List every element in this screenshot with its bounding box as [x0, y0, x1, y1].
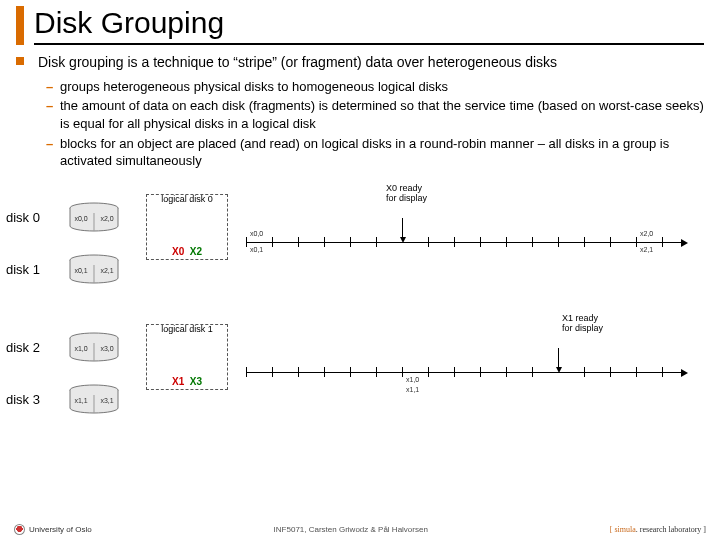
ready-1-b: for display [562, 323, 603, 333]
frag-label: x2,0 [100, 215, 113, 222]
frag-label: x1,1 [74, 397, 87, 404]
tick [350, 237, 351, 247]
tick [480, 237, 481, 247]
ready-arrow-1 [558, 348, 559, 368]
x2-label: X2 [190, 246, 202, 257]
logical-disk-1-box: logical disk 1 X1 X3 [146, 324, 228, 390]
tick [272, 237, 273, 247]
disk-label-0: disk 0 [6, 210, 54, 225]
disk-label-2: disk 2 [6, 340, 54, 355]
diagram: disk 0 disk 1 disk 2 disk 3 x0,0x2,0 x0,… [16, 180, 704, 460]
ready-1-a: X1 ready [562, 313, 598, 323]
frag-label: x0,1 [74, 267, 87, 274]
tick [428, 237, 429, 247]
title-bar: Disk Grouping [16, 6, 704, 45]
tick [480, 367, 481, 377]
ready-label-1: X1 ready for display [562, 314, 603, 334]
tick [506, 237, 507, 247]
logical-disk-0-box: logical disk 0 X0 X2 [146, 194, 228, 260]
tick [558, 237, 559, 247]
bullet-sub-2: blocks for an object are placed (and rea… [16, 135, 704, 170]
tick [376, 367, 377, 377]
tick [272, 367, 273, 377]
frag-x10: x1,0 [406, 376, 419, 383]
timeline-1: x1,0 x1,1 [246, 354, 686, 394]
bullet-main: Disk grouping is a technique to “stripe”… [16, 53, 704, 72]
tick [324, 237, 325, 247]
tick [376, 237, 377, 247]
frag-label: x1,0 [74, 345, 87, 352]
simula-branding: [ simula. research laboratory ] [610, 525, 706, 534]
timeline-axis [246, 372, 686, 373]
footer-center: INF5071, Carsten Griwodz & Pål Halvorsen [92, 525, 610, 534]
frag-label: x0,0 [74, 215, 87, 222]
tick [298, 237, 299, 247]
tick [636, 237, 637, 247]
bullet-sub-1: the amount of data on each disk (fragmen… [16, 97, 704, 132]
tick [454, 367, 455, 377]
simula-a: [ simula [610, 525, 636, 534]
x0-label: X0 [172, 246, 184, 257]
disk-cylinder-2: x1,0x3,0 [68, 332, 120, 362]
ready-0-a: X0 ready [386, 183, 422, 193]
logical-disk-1-title: logical disk 1 [147, 324, 227, 334]
simula-b: . research laboratory ] [636, 525, 706, 534]
ready-label-0: X0 ready for display [386, 184, 427, 204]
frag-x00: x0,0 [250, 230, 263, 237]
tick [428, 367, 429, 377]
disk-label-1: disk 1 [6, 262, 54, 277]
body-text: Disk grouping is a technique to “stripe”… [16, 53, 704, 170]
timeline-axis [246, 242, 686, 243]
tick [532, 237, 533, 247]
frag-label: x3,1 [100, 397, 113, 404]
logical-disk-0-title: logical disk 0 [147, 194, 227, 204]
uio-branding: University of Oslo [14, 524, 92, 535]
timeline-0: x0,0 x0,1 x2,0 x2,1 [246, 224, 686, 264]
page-title: Disk Grouping [34, 6, 704, 45]
tick [324, 367, 325, 377]
tick [454, 237, 455, 247]
tick [610, 367, 611, 377]
tick [402, 367, 403, 377]
tick [584, 367, 585, 377]
tick [662, 237, 663, 247]
tick [610, 237, 611, 247]
frag-x21: x2,1 [640, 246, 653, 253]
tick [246, 237, 247, 247]
disk-cylinder-1: x0,1x2,1 [68, 254, 120, 284]
disk-label-3: disk 3 [6, 392, 54, 407]
ready-0-b: for display [386, 193, 427, 203]
x1-label: X1 [172, 376, 184, 387]
tick [506, 367, 507, 377]
tick [584, 237, 585, 247]
tick [532, 367, 533, 377]
frag-label: x3,0 [100, 345, 113, 352]
ready-arrow-0 [402, 218, 403, 238]
frag-label: x2,1 [100, 267, 113, 274]
tick [298, 367, 299, 377]
tick [350, 367, 351, 377]
frag-x20: x2,0 [640, 230, 653, 237]
bullet-sub-0: groups heterogeneous physical disks to h… [16, 78, 704, 96]
uio-logo-icon [14, 524, 25, 535]
tick [636, 367, 637, 377]
disk-cylinder-0: x0,0x2,0 [68, 202, 120, 232]
disk-cylinder-3: x1,1x3,1 [68, 384, 120, 414]
tick [662, 367, 663, 377]
frag-x01: x0,1 [250, 246, 263, 253]
tick [246, 367, 247, 377]
x3-label: X3 [190, 376, 202, 387]
uio-text: University of Oslo [29, 525, 92, 534]
footer: University of Oslo INF5071, Carsten Griw… [0, 520, 720, 538]
slide: Disk Grouping Disk grouping is a techniq… [0, 0, 720, 540]
frag-x11: x1,1 [406, 386, 419, 393]
